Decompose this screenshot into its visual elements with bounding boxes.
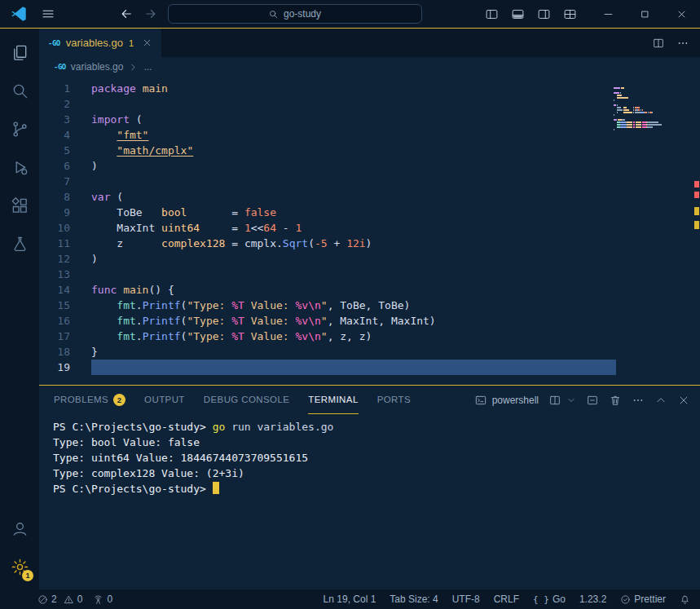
menu-icon[interactable] <box>41 7 55 21</box>
terminal[interactable]: PS C:\Projects\go-study> go run variable… <box>39 414 700 589</box>
run-debug-icon[interactable] <box>0 148 39 187</box>
maximize-button[interactable] <box>627 0 663 28</box>
toggle-panel-icon[interactable] <box>511 7 525 21</box>
minimap[interactable] <box>614 82 689 128</box>
search-sidebar-icon[interactable] <box>0 72 39 110</box>
code-line[interactable]: 18} <box>39 344 700 360</box>
editor-more-actions-icon[interactable] <box>676 37 689 50</box>
code-text: fmt.Printf("Type: %T Value: %v\n", ToBe,… <box>91 298 410 313</box>
code-line[interactable]: 19 <box>39 360 700 375</box>
line-number: 6 <box>39 158 70 174</box>
back-button[interactable] <box>119 7 134 21</box>
code-line[interactable]: 16 fmt.Printf("Type: %T Value: %v\n", Ma… <box>39 313 700 329</box>
terminal-line: PS C:\Projects\go-study> go run variable… <box>53 419 700 435</box>
code-text: } <box>91 344 98 360</box>
panel-tab-label: OUTPUT <box>144 395 185 404</box>
panel-tab-problems[interactable]: PROBLEMS 2 <box>54 386 125 414</box>
panel-tab-ports[interactable]: PORTS <box>377 386 411 414</box>
explorer-icon[interactable] <box>0 33 39 72</box>
code-line[interactable]: 12) <box>39 251 700 267</box>
go-version[interactable]: 1.23.2 <box>579 594 606 605</box>
tab-label: variables.go <box>66 37 123 49</box>
code-text: ToBe bool = false <box>91 205 276 220</box>
panel-tab-output[interactable]: OUTPUT <box>144 386 185 414</box>
code-text: package main <box>91 81 168 96</box>
eol-sequence[interactable]: CRLF <box>494 594 519 605</box>
new-terminal-icon[interactable] <box>586 394 599 407</box>
code-line[interactable]: 7 <box>39 174 700 189</box>
forward-button[interactable] <box>143 7 158 21</box>
code-line[interactable]: 5 "math/cmplx" <box>39 143 700 158</box>
chevron-down-icon[interactable] <box>571 395 576 405</box>
breadcrumb[interactable]: -GO variables.go ... <box>39 57 700 77</box>
extensions-icon[interactable] <box>0 187 39 225</box>
close-panel-icon[interactable] <box>677 394 690 407</box>
notifications-bell-icon[interactable] <box>680 594 690 605</box>
tab-close-icon[interactable] <box>142 38 152 48</box>
line-number: 10 <box>39 220 70 236</box>
maximize-panel-icon[interactable] <box>654 394 667 407</box>
code-line[interactable]: 15 fmt.Printf("Type: %T Value: %v\n", To… <box>39 298 700 313</box>
customize-layout-icon[interactable] <box>563 7 577 21</box>
breadcrumb-symbol[interactable]: ... <box>143 61 152 73</box>
check-icon <box>620 594 631 605</box>
line-number: 17 <box>39 329 70 344</box>
code-text: ) <box>91 251 98 267</box>
code-line[interactable]: 11 z complex128 = cmplx.Sqrt(-5 + 12i) <box>39 236 700 251</box>
code-line[interactable]: 9 ToBe bool = false <box>39 205 700 220</box>
ports-status[interactable]: 0 <box>93 594 112 605</box>
ports-count: 0 <box>107 594 112 605</box>
code-line[interactable]: 8var ( <box>39 189 700 205</box>
language-mode[interactable]: { } Go <box>533 594 566 605</box>
account-icon[interactable] <box>0 510 39 548</box>
settings-badge: 1 <box>22 570 33 581</box>
panel-tab-debug-console[interactable]: DEBUG CONSOLE <box>204 386 290 414</box>
code-editor[interactable]: 1package main23import (4 "fmt"5 "math/cm… <box>39 77 700 385</box>
panel-tab-label: PROBLEMS <box>54 395 108 404</box>
code-text: fmt.Printf("Type: %T Value: %v\n", z, z) <box>91 329 372 344</box>
terminal-line: Type: uint64 Value: 18446744073709551615 <box>53 450 700 466</box>
panel-more-actions-icon[interactable] <box>632 394 645 407</box>
code-line[interactable]: 14func main() { <box>39 282 700 298</box>
terminal-line: PS C:\Projects\go-study> <box>53 481 700 496</box>
line-number: 2 <box>39 96 70 112</box>
line-number: 8 <box>39 189 70 205</box>
problems-status[interactable]: 2 0 <box>37 594 82 605</box>
cursor-position[interactable]: Ln 19, Col 1 <box>324 594 376 605</box>
warning-count: 0 <box>77 594 83 605</box>
tab-variables-go[interactable]: -GO variables.go 1 <box>39 29 162 57</box>
source-control-icon[interactable] <box>0 110 39 148</box>
toggle-secondary-sidebar-icon[interactable] <box>537 7 551 21</box>
formatter-status[interactable]: Prettier <box>620 594 666 605</box>
code-line[interactable]: 17 fmt.Printf("Type: %T Value: %v\n", z,… <box>39 329 700 344</box>
panel-tab-label: TERMINAL <box>308 395 358 404</box>
indentation[interactable]: Tab Size: 4 <box>390 594 438 605</box>
shell-profile[interactable]: powershell <box>474 394 539 407</box>
radio-tower-icon <box>93 594 103 605</box>
status-bar: 2 0 0 Ln 19, Col 1 Tab Size: 4 UTF-8 CRL… <box>0 589 700 609</box>
line-number: 9 <box>39 205 70 220</box>
encoding[interactable]: UTF-8 <box>452 594 480 605</box>
breadcrumb-go-icon: -GO <box>54 63 66 71</box>
breadcrumb-file[interactable]: variables.go <box>71 61 124 73</box>
kill-terminal-icon[interactable] <box>609 394 622 407</box>
titlebar: go-study <box>0 0 700 29</box>
minimize-button[interactable] <box>590 0 627 28</box>
code-line[interactable]: 1package main <box>39 81 700 96</box>
testing-icon[interactable] <box>0 225 39 263</box>
command-center-search[interactable]: go-study <box>168 4 422 24</box>
code-line[interactable]: 4 "fmt" <box>39 127 700 143</box>
toggle-sidebar-icon[interactable] <box>485 7 499 21</box>
code-line[interactable]: 3import ( <box>39 112 700 127</box>
panel: PROBLEMS 2 OUTPUT DEBUG CONSOLE TERMINAL… <box>39 385 700 589</box>
code-line[interactable]: 10 MaxInt uint64 = 1<<64 - 1 <box>39 220 700 236</box>
error-count: 2 <box>51 594 57 605</box>
split-terminal-icon[interactable] <box>548 394 561 407</box>
code-line[interactable]: 2 <box>39 96 700 112</box>
split-editor-icon[interactable] <box>652 37 665 50</box>
settings-gear-icon[interactable]: 1 <box>0 548 39 586</box>
code-line[interactable]: 6) <box>39 158 700 174</box>
code-line[interactable]: 13 <box>39 267 700 282</box>
close-window-button[interactable] <box>663 0 700 28</box>
panel-tab-terminal[interactable]: TERMINAL <box>308 386 358 414</box>
